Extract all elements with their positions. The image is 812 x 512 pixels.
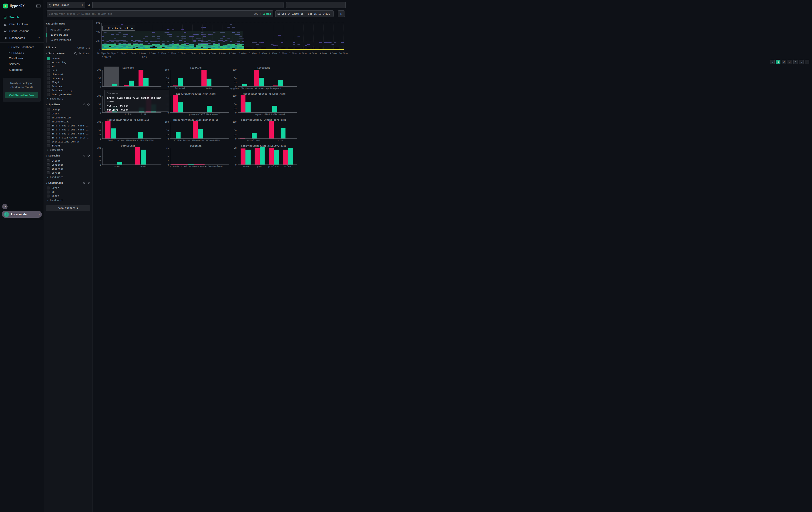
bar-outlier[interactable]	[139, 70, 144, 86]
sidebar-item-dashboards[interactable]: Dashboards⌃	[0, 34, 44, 42]
filter-checkbox-row[interactable]: eventListener.error	[46, 140, 90, 143]
bar-outlier[interactable]	[240, 95, 246, 113]
bar-inlier[interactable]	[272, 106, 278, 112]
preset-link-kubernetes[interactable]: Kubernetes	[0, 67, 44, 73]
analysis-mode-event-patterns[interactable]: Event Patterns	[47, 37, 90, 43]
filter-group-name[interactable]: ServiceName	[48, 52, 64, 55]
bar-inlier[interactable]	[188, 164, 194, 164]
filter-checkbox-row[interactable]: Server	[46, 171, 90, 175]
bar-inlier[interactable]	[178, 78, 183, 87]
checkbox[interactable]	[47, 171, 50, 174]
chart-plot[interactable]	[170, 96, 229, 113]
bar-inlier[interactable]	[245, 150, 251, 164]
filter-checkbox-row[interactable]: click	[46, 111, 90, 115]
checkbox[interactable]	[47, 61, 50, 64]
checkbox[interactable]	[47, 163, 50, 166]
checkbox[interactable]	[47, 136, 50, 139]
gear-icon[interactable]: ⚙	[87, 3, 90, 7]
bar-outlier[interactable]	[135, 147, 140, 164]
bar-inlier[interactable]	[245, 102, 251, 112]
local-mode-button[interactable]: U Local mode ›	[2, 211, 42, 218]
filter-group-name[interactable]: SpanKind	[48, 154, 60, 157]
search-icon[interactable]	[83, 182, 86, 184]
filter-checkbox-row[interactable]: Error: Visa cache full: …	[46, 136, 90, 140]
checkbox[interactable]	[47, 132, 50, 135]
bar-outlier[interactable]	[283, 150, 288, 164]
preset-link-services[interactable]: Services	[0, 61, 44, 67]
heatmap-selection-box[interactable]	[102, 31, 243, 46]
filter-checkbox-row[interactable]: Ok	[46, 190, 90, 194]
pin-icon[interactable]	[79, 52, 81, 55]
bar-inlier[interactable]	[242, 84, 248, 86]
bar-outlier[interactable]	[193, 121, 198, 139]
help-button[interactable]: ?	[2, 204, 7, 209]
bar-inlier[interactable]	[207, 79, 212, 86]
checkbox[interactable]	[47, 89, 50, 92]
filter-group-name[interactable]: StatusCode	[48, 182, 63, 184]
checkbox[interactable]	[47, 108, 50, 111]
bar-inlier[interactable]	[129, 81, 134, 86]
checkbox[interactable]	[47, 69, 50, 72]
clear-all-button[interactable]: Clear all	[77, 46, 90, 49]
date-range-picker[interactable]: Sep 14 22:04:35 - Sep 15 10:04:35	[275, 10, 334, 17]
search-icon[interactable]	[83, 155, 86, 157]
pin-icon[interactable]	[87, 155, 90, 157]
search-input[interactable]: Search your events w/ Lucene ex. column:…	[47, 10, 273, 17]
bar-outlier[interactable]	[173, 85, 178, 87]
more-filters-button[interactable]: More filters ∨	[46, 205, 90, 211]
chart-plot[interactable]	[102, 122, 162, 139]
checkbox[interactable]	[47, 187, 50, 189]
bar-inlier[interactable]	[143, 78, 148, 86]
bar-inlier[interactable]	[138, 132, 143, 138]
bar-inlier[interactable]	[207, 106, 212, 112]
filter-checkbox-row[interactable]: change	[46, 108, 90, 111]
bar-inlier[interactable]	[288, 148, 293, 164]
filter-checkbox-row[interactable]: documentLoad	[46, 119, 90, 124]
filter-checkbox-row[interactable]: Error: The credit card (…	[46, 128, 90, 132]
filter-group-name[interactable]: SpanName	[48, 103, 60, 106]
show-more-link[interactable]: ›Show more	[46, 97, 90, 100]
show-more-link[interactable]: ›Load more	[46, 198, 90, 202]
chart-plot[interactable]	[102, 70, 162, 87]
bar-inlier[interactable]	[198, 129, 203, 139]
filter-checkbox-row[interactable]: payment	[46, 56, 90, 60]
run-query-button[interactable]: ▷	[338, 10, 345, 17]
search-icon[interactable]	[83, 103, 86, 106]
chart-plot[interactable]	[170, 122, 229, 139]
get-started-button[interactable]: Get Started for Free	[5, 92, 38, 99]
analysis-mode-results-table[interactable]: Results Table	[47, 27, 90, 32]
checkbox[interactable]	[47, 85, 50, 88]
checkbox[interactable]	[47, 116, 50, 119]
bar-inlier[interactable]	[141, 150, 146, 165]
chart-plot[interactable]	[170, 70, 229, 87]
filter-checkbox-row[interactable]: frontend-proxy	[46, 88, 90, 92]
checkbox[interactable]	[47, 128, 50, 131]
chart-plot[interactable]	[170, 148, 229, 165]
checkbox[interactable]	[47, 73, 50, 76]
bar-outlier[interactable]	[124, 85, 129, 86]
chart-plot[interactable]	[238, 148, 297, 165]
checkbox[interactable]	[47, 140, 50, 143]
bar-inlier[interactable]	[112, 84, 117, 86]
filter-checkbox-row[interactable]: Error: The credit card (…	[46, 132, 90, 136]
checkbox[interactable]	[47, 112, 50, 115]
checkbox[interactable]	[47, 81, 50, 84]
checkbox[interactable]	[47, 124, 50, 127]
bar-inlier[interactable]	[178, 102, 183, 112]
analysis-mode-event-deltas[interactable]: Event Deltas	[47, 32, 90, 37]
chart-plot[interactable]	[102, 148, 162, 165]
bar-inlier[interactable]	[281, 128, 286, 139]
checkbox[interactable]	[47, 167, 50, 170]
bar-outlier[interactable]	[173, 95, 178, 113]
pin-icon[interactable]	[87, 103, 90, 106]
checkbox[interactable]	[47, 191, 50, 193]
checkbox[interactable]	[47, 65, 50, 68]
checkbox[interactable]	[47, 159, 50, 162]
bar-outlier[interactable]	[240, 149, 246, 164]
select-query-input[interactable]	[92, 2, 284, 8]
order-by-input[interactable]	[286, 2, 346, 8]
bar-inlier[interactable]	[259, 78, 264, 86]
bar-inlier[interactable]	[260, 147, 265, 164]
bar-outlier[interactable]	[201, 70, 207, 86]
checkbox[interactable]	[47, 194, 50, 197]
